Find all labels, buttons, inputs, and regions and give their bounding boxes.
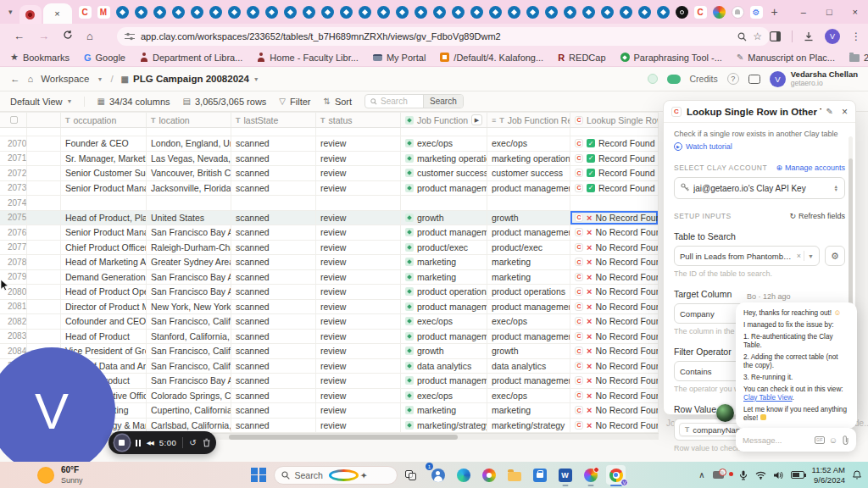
rows-button[interactable]: ▤3,065/3,065 rows [183, 97, 267, 107]
url-bar[interactable]: app.clay.com/workspaces/233652/tables/t_… [117, 27, 770, 46]
row-open-cell[interactable] [27, 211, 61, 225]
cell-job-function-re[interactable]: product management [487, 300, 570, 314]
cell-occupation[interactable]: Cofounder and CEO [61, 314, 147, 329]
taskbar-app-designer[interactable] [479, 465, 498, 485]
close-window-icon[interactable]: × [853, 7, 858, 17]
home-icon[interactable]: ⌂ [86, 30, 93, 42]
wallet-icon[interactable] [748, 75, 760, 84]
cell-occupation[interactable] [61, 128, 147, 136]
cell-laststate[interactable] [231, 128, 316, 136]
compass-tab-icon[interactable] [153, 6, 166, 19]
download-icon[interactable] [804, 31, 814, 42]
compass-tab-icon[interactable] [340, 6, 353, 19]
cell-laststate[interactable]: scanned [231, 285, 316, 299]
stop-recording-button[interactable] [114, 435, 130, 451]
cell-job-function[interactable]: product management [401, 374, 487, 388]
cell-location[interactable]: Cupertino, California, Unit... [147, 403, 231, 418]
cell-job-function-re[interactable]: marketing [487, 255, 570, 269]
row-open-cell[interactable] [27, 270, 61, 285]
cell-status[interactable]: review [316, 270, 401, 285]
forward-icon[interactable]: → [38, 30, 49, 42]
cell-location[interactable] [147, 128, 231, 136]
cell-lookup[interactable]: C✓Record Found [570, 166, 659, 180]
new-tab-button[interactable]: + [771, 5, 778, 19]
row-number-cell[interactable]: 2082 [0, 314, 27, 329]
cell-job-function-re[interactable] [487, 196, 570, 210]
cell-job-function[interactable]: growth [401, 344, 487, 358]
cell-status[interactable]: review [316, 255, 401, 269]
clay-tab-icon[interactable]: C [79, 6, 92, 19]
cell-occupation[interactable]: Head of Product, Platform... [61, 211, 147, 225]
cell-lookup[interactable]: C✓Record Found [570, 152, 659, 166]
row-number-cell[interactable]: 2073 [0, 181, 27, 196]
compass-tab-icon[interactable] [564, 6, 576, 19]
cell-job-function-re[interactable]: exec/ops [487, 389, 570, 403]
microphone-icon[interactable] [739, 470, 748, 480]
taskbar-app-chrome[interactable]: V [606, 465, 626, 485]
cell-job-function[interactable]: product management [401, 330, 487, 344]
row-open-cell[interactable] [27, 241, 61, 255]
compass-tab-icon[interactable] [582, 6, 595, 19]
cell-job-function[interactable]: growth [401, 211, 487, 225]
compass-tab-icon[interactable] [135, 6, 147, 19]
cell-job-function[interactable]: marketing [401, 255, 487, 269]
taskbar-search[interactable]: Search ✦ [274, 466, 398, 485]
cell-job-function[interactable]: marketing/strategy [401, 419, 487, 433]
cell-status[interactable]: review [316, 359, 401, 374]
recording-tab[interactable] [19, 5, 42, 24]
cell-status[interactable]: review [316, 225, 401, 240]
cell-location[interactable]: San Francisco Bay Area [147, 270, 231, 285]
tray-chevron-icon[interactable]: ∧ [698, 470, 704, 480]
help-icon[interactable]: ? [727, 73, 739, 85]
cell-lookup[interactable]: C×No Record Found [570, 344, 659, 358]
cell-location[interactable]: San Francisco, California, ... [147, 344, 231, 358]
cell-lookup[interactable]: C×No Record Found [570, 225, 659, 240]
bookmark-item[interactable]: ★Bookmarks [10, 52, 70, 63]
cell-location[interactable]: New York, New York, Unit... [147, 300, 231, 314]
taskbar-app-people[interactable]: 1 [428, 465, 448, 485]
cell-status[interactable]: review [316, 330, 401, 344]
cell-laststate[interactable] [231, 196, 316, 210]
compass-tab-icon[interactable] [359, 6, 371, 19]
bookmark-item[interactable]: 25/04/24 [849, 53, 868, 63]
cell-lookup[interactable]: C×No Record Found [570, 255, 659, 269]
refresh-fields-button[interactable]: ↻Refresh fields [789, 212, 845, 220]
row-number-cell[interactable]: 2072 [0, 166, 27, 180]
volume-icon[interactable] [774, 471, 783, 480]
bookmark-item[interactable]: Paraphrasing Tool -... [620, 53, 722, 63]
bookmark-item[interactable]: RREDCap [558, 53, 605, 63]
compass-tab-icon[interactable] [545, 6, 558, 19]
task-view-button[interactable] [405, 470, 417, 480]
cell-job-function[interactable]: marketing [401, 270, 487, 285]
taskbar-app-palette[interactable] [581, 465, 600, 485]
reload-icon[interactable] [63, 30, 73, 42]
cell-lookup[interactable]: C✓Record Found [570, 136, 659, 151]
cell-laststate[interactable]: scanned [231, 389, 316, 403]
row-number-cell[interactable] [0, 128, 27, 136]
cell-lookup[interactable]: C×No Record Found [570, 241, 659, 255]
compass-tab-icon[interactable] [116, 6, 129, 19]
cell-job-function-re[interactable]: product management [487, 374, 570, 388]
column-header-laststate[interactable]: TlastState [231, 113, 316, 127]
row-open-cell[interactable] [27, 152, 61, 166]
cell-job-function-re[interactable]: growth [487, 344, 570, 358]
cell-laststate[interactable]: scanned [231, 166, 316, 180]
cell-laststate[interactable]: scanned [231, 211, 316, 225]
cell-lookup[interactable] [570, 196, 659, 210]
cell-status[interactable]: review [316, 211, 401, 225]
battery-icon[interactable] [791, 471, 804, 479]
cell-lookup[interactable]: C×No Record Found [570, 330, 659, 344]
menu-dots-icon[interactable]: ⋮ [851, 30, 861, 42]
cell-lookup[interactable]: C×No Record Found [570, 374, 659, 388]
column-header-status[interactable]: Tstatus [316, 113, 401, 127]
cell-laststate[interactable]: scanned [231, 330, 316, 344]
cell-lookup[interactable]: C×No Record Found [570, 300, 659, 314]
row-number-cell[interactable]: 2076 [0, 225, 27, 240]
taskbar-app-store[interactable] [530, 465, 549, 485]
cell-status[interactable] [316, 196, 401, 210]
column-header-job-function[interactable]: Job Function▶ [401, 113, 487, 127]
zoom-icon[interactable] [737, 32, 747, 42]
restart-recording-icon[interactable]: ↺ [189, 438, 196, 447]
compass-tab-icon[interactable] [508, 6, 520, 19]
cell-laststate[interactable]: scanned [231, 314, 316, 329]
